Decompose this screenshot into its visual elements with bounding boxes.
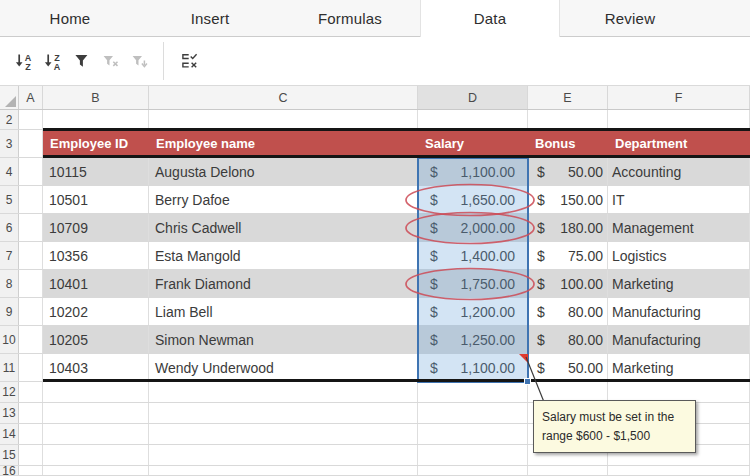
row-header-7[interactable]: 7 — [0, 242, 19, 269]
cell-E12[interactable] — [528, 382, 608, 402]
cell-B16[interactable] — [43, 466, 149, 475]
cell-C13[interactable] — [149, 403, 418, 423]
cell-D3[interactable]: Salary — [418, 130, 528, 157]
cell-D16[interactable] — [418, 466, 528, 475]
cell-A16[interactable] — [19, 466, 43, 475]
cell-F12[interactable] — [608, 382, 750, 402]
cell-E7[interactable]: $75.00 — [528, 242, 608, 269]
cell-F2[interactable] — [608, 110, 750, 129]
sort-ascending-button[interactable]: AZ — [9, 43, 38, 79]
row-header-14[interactable]: 14 — [0, 424, 19, 444]
cell-A12[interactable] — [19, 382, 43, 402]
cell-C3[interactable]: Employee name — [149, 130, 418, 157]
cell-C4[interactable]: Augusta Delono — [149, 158, 418, 185]
cell-A6[interactable] — [19, 214, 43, 241]
cell-C15[interactable] — [149, 445, 418, 465]
row-header-2[interactable]: 2 — [0, 110, 19, 129]
cell-D13[interactable] — [418, 403, 528, 423]
cell-C9[interactable]: Liam Bell — [149, 298, 418, 325]
cell-E8[interactable]: $100.00 — [528, 270, 608, 297]
cell-F8[interactable]: Marketing — [608, 270, 750, 297]
cell-C16[interactable] — [149, 466, 418, 475]
row-header-3[interactable]: 3 — [0, 130, 19, 157]
row-header-16[interactable]: 16 — [0, 466, 19, 475]
cell-B14[interactable] — [43, 424, 149, 444]
cell-C11[interactable]: Wendy Underwood — [149, 354, 418, 381]
filter-button[interactable] — [67, 43, 96, 79]
cell-A5[interactable] — [19, 186, 43, 213]
cell-F10[interactable]: Manufacturing — [608, 326, 750, 353]
cell-A13[interactable] — [19, 403, 43, 423]
cell-E2[interactable] — [528, 110, 608, 129]
row-header-9[interactable]: 9 — [0, 298, 19, 325]
cell-C2[interactable] — [149, 110, 418, 129]
cell-A8[interactable] — [19, 270, 43, 297]
cell-C14[interactable] — [149, 424, 418, 444]
cell-A9[interactable] — [19, 298, 43, 325]
cell-E11[interactable]: $50.00 — [528, 354, 608, 381]
cell-F4[interactable]: Accounting — [608, 158, 750, 185]
data-validation-button[interactable] — [175, 43, 204, 79]
cell-F3[interactable]: Department — [608, 130, 750, 157]
cell-B8[interactable]: 10401 — [43, 270, 149, 297]
tab-home[interactable]: Home — [0, 0, 140, 37]
cell-F16[interactable] — [608, 466, 750, 475]
cell-F7[interactable]: Logistics — [608, 242, 750, 269]
cell-E10[interactable]: $80.00 — [528, 326, 608, 353]
cell-F11[interactable]: Marketing — [608, 354, 750, 381]
cell-B5[interactable]: 10501 — [43, 186, 149, 213]
cell-A14[interactable] — [19, 424, 43, 444]
cell-C6[interactable]: Chris Cadwell — [149, 214, 418, 241]
column-header-d[interactable]: D — [418, 86, 528, 109]
row-header-6[interactable]: 6 — [0, 214, 19, 241]
cell-A7[interactable] — [19, 242, 43, 269]
cell-C12[interactable] — [149, 382, 418, 402]
cell-C7[interactable]: Esta Mangold — [149, 242, 418, 269]
clear-filter-button[interactable] — [96, 43, 125, 79]
cell-A15[interactable] — [19, 445, 43, 465]
cell-B11[interactable]: 10403 — [43, 354, 149, 381]
cell-F5[interactable]: IT — [608, 186, 750, 213]
row-header-11[interactable]: 11 — [0, 354, 19, 381]
column-header-c[interactable]: C — [149, 86, 418, 109]
cell-F9[interactable]: Manufacturing — [608, 298, 750, 325]
column-header-e[interactable]: E — [528, 86, 608, 109]
cell-A4[interactable] — [19, 158, 43, 185]
row-header-15[interactable]: 15 — [0, 445, 19, 465]
cell-E9[interactable]: $80.00 — [528, 298, 608, 325]
cell-E5[interactable]: $150.00 — [528, 186, 608, 213]
row-header-8[interactable]: 8 — [0, 270, 19, 297]
cell-D15[interactable] — [418, 445, 528, 465]
cell-D12[interactable] — [418, 382, 528, 402]
row-header-13[interactable]: 13 — [0, 403, 19, 423]
cell-B7[interactable]: 10356 — [43, 242, 149, 269]
cell-A2[interactable] — [19, 110, 43, 129]
cell-B15[interactable] — [43, 445, 149, 465]
row-header-5[interactable]: 5 — [0, 186, 19, 213]
cell-B2[interactable] — [43, 110, 149, 129]
cell-B3[interactable]: Employee ID — [43, 130, 149, 157]
tab-review[interactable]: Review — [560, 0, 700, 37]
cell-A11[interactable] — [19, 354, 43, 381]
cell-C5[interactable]: Berry Dafoe — [149, 186, 418, 213]
cell-E16[interactable] — [528, 466, 608, 475]
cell-B6[interactable]: 10709 — [43, 214, 149, 241]
row-header-12[interactable]: 12 — [0, 382, 19, 402]
column-header-a[interactable]: A — [19, 86, 43, 109]
cell-F6[interactable]: Management — [608, 214, 750, 241]
column-header-f[interactable]: F — [608, 86, 750, 109]
cell-B9[interactable]: 10202 — [43, 298, 149, 325]
fill-handle[interactable] — [524, 378, 531, 385]
reapply-filter-button[interactable] — [125, 43, 154, 79]
cell-C8[interactable]: Frank Diamond — [149, 270, 418, 297]
cell-B10[interactable]: 10205 — [43, 326, 149, 353]
tab-insert[interactable]: Insert — [140, 0, 280, 37]
cell-D2[interactable] — [418, 110, 528, 129]
cell-B13[interactable] — [43, 403, 149, 423]
cell-E4[interactable]: $50.00 — [528, 158, 608, 185]
row-header-10[interactable]: 10 — [0, 326, 19, 353]
select-all-corner[interactable] — [0, 86, 19, 109]
cell-E3[interactable]: Bonus — [528, 130, 608, 157]
row-header-4[interactable]: 4 — [0, 158, 19, 185]
cell-D14[interactable] — [418, 424, 528, 444]
